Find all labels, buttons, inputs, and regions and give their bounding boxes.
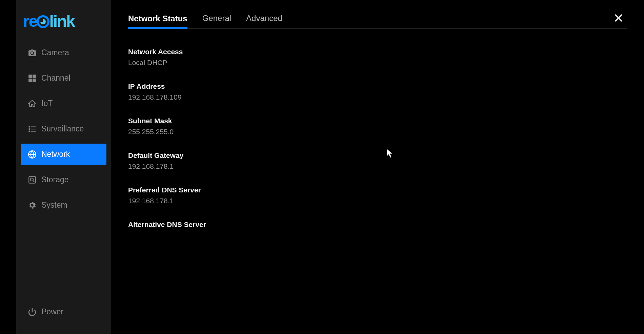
tab-general[interactable]: General bbox=[202, 9, 231, 28]
field-subnet-mask: Subnet Mask 255.255.255.0 bbox=[128, 117, 627, 136]
sidebar-item-label: System bbox=[41, 201, 67, 210]
svg-point-9 bbox=[28, 130, 30, 132]
field-value: 192.168.178.109 bbox=[128, 93, 627, 101]
brand-text: re link bbox=[23, 12, 75, 30]
sidebar-item-label: Camera bbox=[41, 48, 69, 57]
sidebar-nav: Camera Channel IoT Surveillance Network bbox=[16, 40, 111, 334]
field-label: Network Access bbox=[128, 48, 627, 56]
sidebar-item-camera[interactable]: Camera bbox=[21, 42, 106, 63]
home-icon bbox=[28, 99, 37, 108]
svg-point-7 bbox=[28, 128, 30, 129]
svg-line-14 bbox=[33, 181, 34, 182]
svg-point-13 bbox=[31, 178, 34, 181]
main-content: Network Status General Advanced Network … bbox=[111, 0, 644, 334]
field-default-gateway: Default Gateway 192.168.178.1 bbox=[128, 151, 627, 170]
brand-logo: re link bbox=[16, 8, 111, 40]
svg-rect-4 bbox=[33, 79, 36, 82]
svg-rect-8 bbox=[31, 128, 36, 129]
gear-icon bbox=[28, 201, 37, 210]
tab-bar: Network Status General Advanced bbox=[128, 9, 627, 29]
sidebar-item-iot[interactable]: IoT bbox=[21, 93, 106, 114]
field-preferred-dns: Preferred DNS Server 192.168.178.1 bbox=[128, 186, 627, 205]
svg-rect-6 bbox=[31, 126, 36, 127]
sidebar-item-power[interactable]: Power bbox=[21, 301, 106, 322]
field-label: Alternative DNS Server bbox=[128, 221, 627, 229]
power-icon bbox=[28, 308, 37, 316]
sidebar-item-label: Storage bbox=[41, 175, 69, 184]
field-value: 192.168.178.1 bbox=[128, 162, 627, 170]
sidebar-item-label: Network bbox=[41, 150, 70, 159]
svg-rect-12 bbox=[29, 176, 36, 183]
field-label: Default Gateway bbox=[128, 151, 627, 160]
svg-rect-3 bbox=[28, 79, 32, 82]
camera-icon bbox=[28, 48, 37, 57]
sidebar-item-label: Surveillance bbox=[41, 124, 84, 133]
field-network-access: Network Access Local DHCP bbox=[128, 48, 627, 67]
sidebar-item-system[interactable]: System bbox=[21, 194, 106, 216]
sidebar-item-label: IoT bbox=[41, 99, 53, 108]
sidebar-item-label: Power bbox=[41, 307, 63, 316]
close-button[interactable] bbox=[612, 12, 625, 26]
svg-rect-2 bbox=[33, 75, 36, 78]
field-label: Subnet Mask bbox=[128, 117, 627, 125]
field-value: Local DHCP bbox=[128, 59, 627, 67]
sidebar-item-label: Channel bbox=[41, 74, 71, 83]
grid-icon bbox=[28, 74, 37, 83]
svg-point-5 bbox=[28, 126, 30, 127]
brand-logo-icon bbox=[36, 15, 50, 28]
sidebar-item-storage[interactable]: Storage bbox=[21, 169, 106, 190]
sidebar: re link Camera Channel bbox=[16, 0, 111, 334]
field-alternative-dns: Alternative DNS Server bbox=[128, 221, 627, 229]
sidebar-item-surveillance[interactable]: Surveillance bbox=[21, 118, 106, 140]
tab-network-status[interactable]: Network Status bbox=[128, 10, 187, 29]
list-icon bbox=[28, 125, 37, 133]
search-doc-icon bbox=[28, 175, 37, 184]
field-value: 255.255.255.0 bbox=[128, 128, 627, 136]
close-icon bbox=[613, 12, 624, 26]
tab-advanced[interactable]: Advanced bbox=[246, 9, 282, 28]
network-status-panel: Network Access Local DHCP IP Address 192… bbox=[128, 29, 627, 229]
sidebar-item-network[interactable]: Network bbox=[21, 144, 106, 165]
brand-prefix: re bbox=[23, 12, 37, 30]
brand-suffix: link bbox=[49, 12, 75, 30]
sidebar-item-channel[interactable]: Channel bbox=[21, 67, 106, 89]
globe-icon bbox=[28, 150, 37, 159]
field-label: Preferred DNS Server bbox=[128, 186, 627, 194]
svg-rect-10 bbox=[31, 131, 36, 131]
field-ip-address: IP Address 192.168.178.109 bbox=[128, 82, 627, 101]
field-label: IP Address bbox=[128, 82, 627, 90]
field-value: 192.168.178.1 bbox=[128, 197, 627, 205]
svg-rect-1 bbox=[28, 75, 32, 78]
